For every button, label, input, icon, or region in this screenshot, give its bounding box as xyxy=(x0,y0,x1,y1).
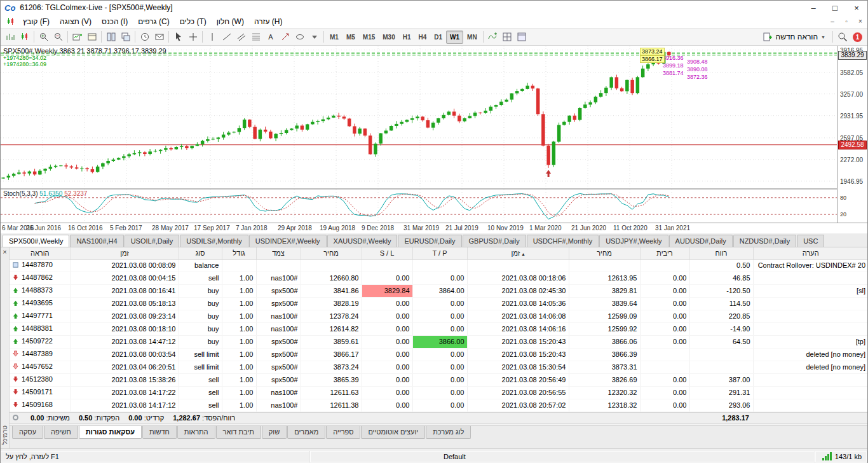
terminal-tab-alerts[interactable]: התראות xyxy=(177,426,215,439)
templates-icon[interactable] xyxy=(515,30,529,45)
timeframe-M30[interactable]: M30 xyxy=(379,31,398,44)
arrows-icon[interactable] xyxy=(278,30,292,45)
history-row[interactable]: 144576522021.03.04 06:20:51sell limit1.0… xyxy=(10,361,867,373)
col-order[interactable]: הוראה xyxy=(10,247,71,259)
timeframe-H1[interactable]: H1 xyxy=(399,31,415,44)
chart-tab-USOIL-Daily[interactable]: USOIL#,Daily xyxy=(125,235,180,247)
order-price-tag[interactable]: 3872.36 xyxy=(687,74,708,80)
cascade-windows-icon[interactable] xyxy=(118,30,133,45)
menu-insert[interactable]: הכנס (I) xyxy=(97,16,133,27)
history-row[interactable]: 145123802021.03.08 15:38:26sell1.00spx50… xyxy=(10,373,867,386)
pending-order-tag[interactable]: 3873.24 xyxy=(640,48,665,55)
col-comment[interactable]: הערה xyxy=(753,247,867,259)
bar-chart-icon[interactable] xyxy=(3,30,17,45)
col-swap[interactable]: ריבית xyxy=(640,247,689,259)
chart-menu-icon[interactable] xyxy=(3,14,18,29)
channel-icon[interactable] xyxy=(234,30,248,45)
col-sl[interactable]: S / L xyxy=(362,247,412,259)
fibonacci-icon[interactable] xyxy=(248,30,263,45)
timeframe-D1[interactable]: D1 xyxy=(430,31,446,44)
terminal-tab-library[interactable]: ספרייה xyxy=(326,426,360,439)
history-row[interactable]: 145097222021.03.08 14:47:12buy1.00spx500… xyxy=(10,335,867,348)
chart-tab-USDILS-Monthly[interactable]: USDILS#,Monthly xyxy=(180,235,248,247)
cursor-icon[interactable] xyxy=(171,30,186,45)
menu-file[interactable]: קובץ (F) xyxy=(18,16,55,27)
col-close-price[interactable]: מחיר xyxy=(569,247,640,259)
col-size[interactable]: גודל xyxy=(222,247,256,259)
history-row[interactable]: 144883732021.03.08 00:16:41buy1.00spx500… xyxy=(10,284,867,297)
col-type[interactable]: סוג xyxy=(179,247,222,259)
terminal-tab-experts[interactable]: יועצים אוטומטיים xyxy=(361,426,425,439)
timeframe-M1[interactable]: M1 xyxy=(326,31,342,44)
price-axis[interactable]: 3916.953582.053257.002931.952597.052272.… xyxy=(837,46,867,223)
zoom-in-icon[interactable] xyxy=(36,30,51,45)
status-profile[interactable]: Default xyxy=(310,451,815,462)
terminal-tab-news[interactable]: חדשות xyxy=(142,426,177,439)
timeframe-H4[interactable]: H4 xyxy=(415,31,431,44)
terminal-tab-trade[interactable]: עסקה xyxy=(12,426,43,439)
order-price-tag[interactable]: 3890.08 xyxy=(687,66,708,73)
terminal-tab-mailbox[interactable]: תיבת דואר xyxy=(216,426,261,439)
col-tp[interactable]: T / P xyxy=(412,247,467,259)
export-icon[interactable] xyxy=(152,30,166,45)
chart-tab-SPX500-Weekly[interactable]: SPX500#,Weekly xyxy=(3,235,69,247)
charts-grid-icon[interactable] xyxy=(500,30,515,45)
vline-icon[interactable] xyxy=(205,30,219,45)
history-row[interactable]: 144883812021.03.08 00:18:10buy1.00nas100… xyxy=(10,322,867,335)
ellipse-icon[interactable] xyxy=(292,30,307,45)
order-price-tag[interactable]: 3916.36 xyxy=(663,55,684,61)
history-row[interactable]: 145091682021.03.08 14:17:12sell1.00nas10… xyxy=(10,399,867,411)
chart-tab-NAS100-H4[interactable]: NAS100#,H4 xyxy=(70,235,123,247)
chart-tab-USDCHF-Monthly[interactable]: USDCHF#,Monthly xyxy=(527,235,599,247)
history-row[interactable]: 144977712021.03.08 09:23:14buy1.00nas100… xyxy=(10,310,867,322)
shapes-more-icon[interactable] xyxy=(307,30,322,45)
pending-order-tag[interactable]: 3866.17 xyxy=(640,55,665,63)
maximize-button[interactable]: □ xyxy=(824,1,846,15)
order-price-tag[interactable]: 3908.48 xyxy=(687,59,708,65)
chart-tab-GBPUSD-Daily[interactable]: GBPUSD#,Daily xyxy=(463,235,526,247)
stochastic-pane[interactable]: Stoch(5,3,3) 51.6350 52.3237 xyxy=(1,190,838,223)
col-open-time[interactable]: זמן xyxy=(71,247,179,259)
history-row[interactable]: 144936952021.03.08 05:18:13buy1.00spx500… xyxy=(10,297,867,310)
menu-help[interactable]: עזרה (H) xyxy=(249,16,288,27)
chart-tab-AUDUSD-Daily[interactable]: AUDUSD#,Daily xyxy=(669,235,733,247)
timeframe-M15[interactable]: M15 xyxy=(359,31,379,44)
col-close-time[interactable]: זמן ▴ xyxy=(467,247,569,259)
terminal-tab-account-history[interactable]: עסקאות סגורות xyxy=(79,426,142,439)
history-row[interactable]: 144873892021.03.08 00:03:54sell limit1.0… xyxy=(10,348,867,361)
zoom-out-icon[interactable] xyxy=(51,30,65,45)
mdi-restore-button[interactable]: ▫ xyxy=(839,18,853,25)
menu-tools[interactable]: כלים (T) xyxy=(175,16,212,27)
history-row[interactable]: 145091712021.03.08 14:17:22sell1.00nas10… xyxy=(10,386,867,399)
text-icon[interactable]: A xyxy=(263,30,278,45)
terminal-tab-journal[interactable]: לוג מערכת xyxy=(426,426,471,439)
notification-badge[interactable]: 1 xyxy=(853,32,862,42)
menu-charts[interactable]: גרפים (C) xyxy=(133,16,174,27)
date-axis[interactable]: 6 Mar 201626 Jun 201616 Oct 20165 Feb 20… xyxy=(1,223,867,233)
terminal-close-icon[interactable]: × xyxy=(3,248,6,256)
menu-window[interactable]: חלון (W) xyxy=(212,16,249,27)
candle-chart-icon[interactable] xyxy=(17,30,32,45)
tile-windows-icon[interactable] xyxy=(104,30,118,45)
history-row[interactable]: 144878622021.03.08 00:04:15sell1.00nas10… xyxy=(10,272,867,284)
new-chart-icon[interactable] xyxy=(70,30,85,45)
col-profit[interactable]: רווח xyxy=(689,247,753,259)
timeframe-M5[interactable]: M5 xyxy=(342,31,359,44)
chart-tab-XAUUSD-Weekly[interactable]: XAUUSD#,Weekly xyxy=(327,235,398,247)
terminal-tab-exposure[interactable]: חשיפה xyxy=(44,426,78,439)
history-row[interactable]: 144878702021.03.08 00:08:09balance0.50Co… xyxy=(10,259,867,272)
order-price-tag[interactable]: 3899.18 xyxy=(663,62,684,69)
clock-icon[interactable] xyxy=(137,30,152,45)
chart-canvas[interactable]: SPX500#,Weekly 3863.21 3878.71 3796.17 3… xyxy=(1,46,838,188)
terminal-tab-articles[interactable]: מאמרים xyxy=(287,426,325,439)
crosshair-icon[interactable] xyxy=(186,30,200,45)
mdi-close-button[interactable]: × xyxy=(853,18,867,25)
profiles-icon[interactable] xyxy=(85,30,99,45)
col-symbol[interactable]: צמד xyxy=(256,247,301,259)
menu-view[interactable]: תצוגה (V) xyxy=(55,16,97,27)
search-icon[interactable] xyxy=(835,30,850,45)
chart-tab-USDJPY-Weekly[interactable]: USDJPY#,Weekly xyxy=(599,235,668,247)
trendline-icon[interactable] xyxy=(219,30,234,45)
timeframe-MN[interactable]: MN xyxy=(463,31,481,44)
order-price-tag[interactable]: 3881.74 xyxy=(663,70,684,76)
